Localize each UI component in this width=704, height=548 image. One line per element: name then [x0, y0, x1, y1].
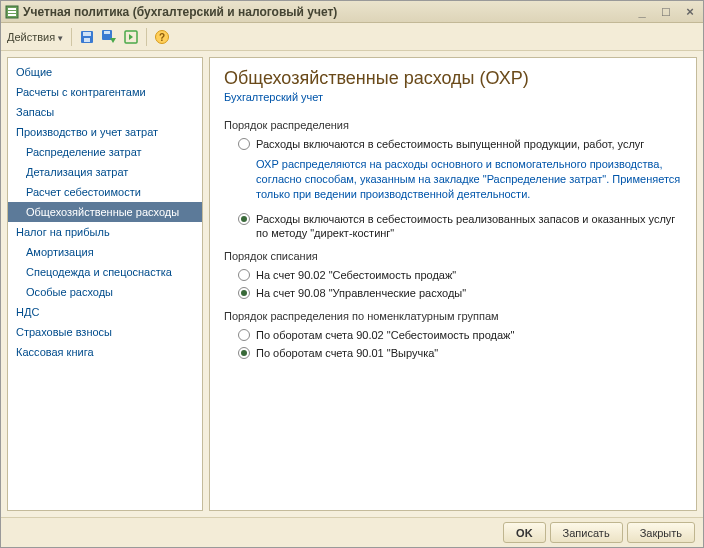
svg-rect-6 [84, 38, 90, 42]
radio-label: По оборотам счета 90.02 "Себестоимость п… [256, 328, 514, 342]
radio-include-cost-output[interactable]: Расходы включаются в себестоимость выпущ… [238, 137, 682, 151]
radio-label: На счет 90.08 "Управленческие расходы" [256, 286, 466, 300]
radio-icon [238, 287, 250, 299]
svg-rect-3 [8, 14, 16, 16]
radio-icon [238, 213, 250, 225]
minimize-button[interactable]: _ [633, 4, 651, 20]
actions-menu-label: Действия [7, 31, 55, 43]
separator [146, 28, 147, 46]
svg-rect-8 [104, 31, 110, 34]
radio-label: Расходы включаются в себестоимость выпущ… [256, 137, 644, 151]
nav-item[interactable]: Налог на прибыль [8, 222, 202, 242]
radio-icon [238, 269, 250, 281]
radio-icon [238, 347, 250, 359]
toolbar: Действия▼ ? [1, 23, 703, 51]
nav-item[interactable]: Спецодежда и спецоснастка [8, 262, 202, 282]
window: Учетная политика (бухгалтерский и налого… [0, 0, 704, 548]
nav-item[interactable]: Производство и учет затрат [8, 122, 202, 142]
help-icon[interactable]: ? [152, 27, 172, 47]
svg-text:?: ? [159, 32, 165, 43]
section-writeoff-label: Порядок списания [224, 250, 682, 262]
chevron-down-icon: ▼ [56, 34, 64, 43]
close-form-button[interactable]: Закрыть [627, 522, 695, 543]
section-allocation-label: Порядок распределения [224, 119, 682, 131]
radio-turnover-9001[interactable]: По оборотам счета 90.01 "Выручка" [238, 346, 682, 360]
nav-item[interactable]: Детализация затрат [8, 162, 202, 182]
nav-item[interactable]: НДС [8, 302, 202, 322]
maximize-button[interactable]: □ [657, 4, 675, 20]
nav-item[interactable]: Запасы [8, 102, 202, 122]
nav-item[interactable]: Кассовая книга [8, 342, 202, 362]
radio-account-9008[interactable]: На счет 90.08 "Управленческие расходы" [238, 286, 682, 300]
nav-item[interactable]: Расчет себестоимости [8, 182, 202, 202]
nav-item[interactable]: Особые расходы [8, 282, 202, 302]
svg-rect-5 [83, 32, 91, 36]
radio-account-9002[interactable]: На счет 90.02 "Себестоимость продаж" [238, 268, 682, 282]
allocation-hint: ОХР распределяются на расходы основного … [256, 157, 682, 202]
radio-icon [238, 138, 250, 150]
save-icon[interactable] [77, 27, 97, 47]
radio-label: По оборотам счета 90.01 "Выручка" [256, 346, 438, 360]
nav-item[interactable]: Расчеты с контрагентами [8, 82, 202, 102]
save-button[interactable]: Записать [550, 522, 623, 543]
content-panel: Общехозяйственные расходы (ОХР) Бухгалте… [209, 57, 697, 511]
window-title: Учетная политика (бухгалтерский и налого… [23, 5, 633, 19]
footer: OK Записать Закрыть [1, 517, 703, 547]
window-controls: _ □ × [633, 4, 699, 20]
save-close-icon[interactable] [99, 27, 119, 47]
radio-label: Расходы включаются в себестоимость реали… [256, 212, 682, 240]
nav-item[interactable]: Распределение затрат [8, 142, 202, 162]
radio-label: На счет 90.02 "Себестоимость продаж" [256, 268, 456, 282]
nav-item[interactable]: Общие [8, 62, 202, 82]
separator [71, 28, 72, 46]
section-groups-label: Порядок распределения по номенклатурным … [224, 310, 682, 322]
page-subtitle: Бухгалтерский учет [224, 91, 682, 103]
nav-item[interactable]: Амортизация [8, 242, 202, 262]
radio-turnover-9002[interactable]: По оборотам счета 90.02 "Себестоимость п… [238, 328, 682, 342]
page-title: Общехозяйственные расходы (ОХР) [224, 68, 682, 89]
svg-rect-2 [8, 11, 16, 13]
ok-button[interactable]: OK [503, 522, 546, 543]
nav-panel: ОбщиеРасчеты с контрагентамиЗапасыПроизв… [7, 57, 203, 511]
nav-item[interactable]: Страховые взносы [8, 322, 202, 342]
titlebar: Учетная политика (бухгалтерский и налого… [1, 1, 703, 23]
radio-direct-costing[interactable]: Расходы включаются в себестоимость реали… [238, 212, 682, 240]
close-button[interactable]: × [681, 4, 699, 20]
body-area: ОбщиеРасчеты с контрагентамиЗапасыПроизв… [1, 51, 703, 517]
svg-rect-1 [8, 8, 16, 10]
nav-item[interactable]: Общехозяйственные расходы [8, 202, 202, 222]
refresh-icon[interactable] [121, 27, 141, 47]
actions-menu[interactable]: Действия▼ [7, 31, 66, 43]
app-icon [5, 5, 19, 19]
radio-icon [238, 329, 250, 341]
